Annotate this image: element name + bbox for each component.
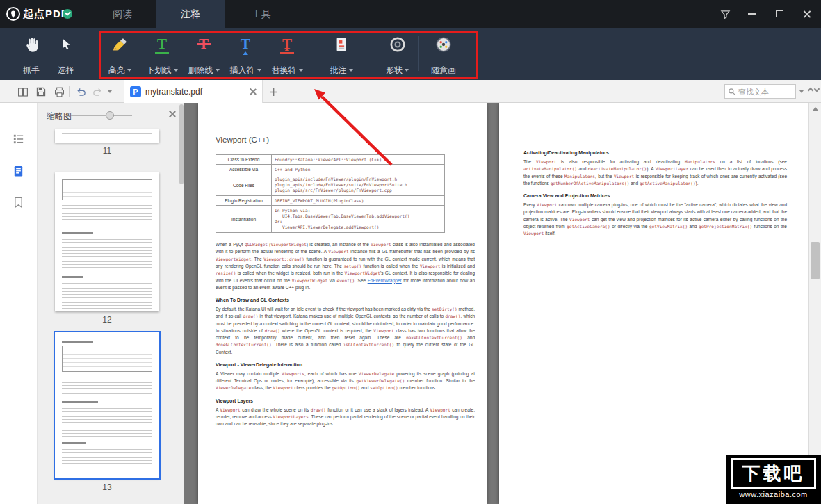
document-tab[interactable]: P mytranslate.pdf bbox=[124, 80, 263, 103]
inline-code: event() bbox=[337, 278, 355, 283]
close-tab-icon[interactable] bbox=[250, 88, 257, 95]
insert-caret-icon: T bbox=[236, 33, 254, 56]
inline-code: doneGLContextCurrent() bbox=[216, 342, 272, 347]
app-title: 起点PDF bbox=[23, 8, 68, 21]
insert-caret-tool-button[interactable]: T 插入符 bbox=[227, 33, 264, 76]
shapes-icon bbox=[389, 33, 407, 56]
freehand-draw-icon bbox=[434, 33, 453, 56]
inline-code: Viewport bbox=[420, 263, 440, 268]
thumbnails-panel-icon[interactable] bbox=[12, 164, 26, 178]
inline-code: Viewport bbox=[614, 174, 634, 179]
inline-code: Viewport bbox=[371, 242, 391, 247]
thumbnail-size-slider[interactable] bbox=[71, 110, 132, 121]
doc-paragraph: The Viewport is also responsible for act… bbox=[523, 158, 787, 187]
vertical-scrollbar[interactable] bbox=[808, 103, 821, 504]
undo-button[interactable] bbox=[74, 85, 89, 99]
inline-code: Viewport bbox=[328, 249, 348, 254]
scroll-up-button[interactable] bbox=[809, 103, 821, 114]
inline-code: ViewerDelegate bbox=[359, 371, 394, 376]
inline-code: ViewportWidget bbox=[292, 278, 327, 283]
inline-code: setDirty() bbox=[432, 307, 457, 311]
inline-code: Viewport bbox=[430, 407, 450, 412]
page-view-button[interactable] bbox=[15, 85, 31, 99]
scrollbar-thumb[interactable] bbox=[811, 242, 820, 279]
inline-code: Viewport::draw() bbox=[263, 257, 304, 261]
thumbnail-panel-title: 缩略图 bbox=[47, 111, 72, 122]
history-dropdown-caret[interactable] bbox=[105, 85, 115, 99]
shapes-tool-label: 形状 bbox=[386, 65, 403, 76]
shapes-tool-button[interactable]: 形状 bbox=[378, 33, 416, 76]
search-input[interactable] bbox=[738, 88, 791, 96]
inline-code: Viewport bbox=[373, 328, 393, 333]
underline-tool-button[interactable]: T 下划线 bbox=[143, 33, 181, 76]
tab-tools[interactable]: 工具 bbox=[242, 0, 281, 28]
comment-tool-button[interactable]: 批注 bbox=[321, 33, 361, 76]
freehand-draw-tool-label: 随意画 bbox=[431, 65, 456, 76]
inline-code: QGLWidget bbox=[245, 242, 268, 247]
select-tool-label: 选择 bbox=[58, 65, 74, 76]
save-button[interactable] bbox=[33, 85, 49, 99]
inline-code: setup() bbox=[343, 263, 361, 268]
underline-tool-label: 下划线 bbox=[147, 65, 172, 76]
doc-paragraph: Every Viewport can own multiple camera p… bbox=[523, 202, 787, 237]
xiazaiba-watermark: 下载吧 www.xiazaiba.com bbox=[726, 455, 821, 504]
slider-track bbox=[71, 115, 132, 116]
doc-heading: Viewport Layers bbox=[216, 398, 475, 403]
outline-panel-icon[interactable] bbox=[12, 132, 26, 146]
chevron-down-icon bbox=[216, 69, 220, 72]
highlighter-icon bbox=[110, 33, 129, 56]
doc-heading: When To Draw and GL Contexts bbox=[216, 298, 475, 302]
doc-paragraph: When a PyQt QGLWidget (ViewportWidget) i… bbox=[216, 241, 475, 291]
replace-icon: T bbox=[278, 33, 296, 56]
filter-icon[interactable] bbox=[713, 0, 737, 28]
inline-code: draw() bbox=[243, 314, 258, 318]
inline-code: draw() bbox=[311, 407, 326, 412]
inline-code: getActiveManipulator() bbox=[640, 181, 696, 186]
maximize-button[interactable] bbox=[767, 0, 791, 28]
tab-read[interactable]: 阅读 bbox=[103, 0, 142, 28]
select-tool-button[interactable]: 选择 bbox=[49, 33, 83, 76]
app-logo-icon bbox=[6, 7, 20, 21]
pdf-page-13: Viewport (C++) Class to ExtendFoundry::K… bbox=[198, 103, 487, 504]
inline-code: Viewport bbox=[536, 159, 556, 164]
chevron-down-icon[interactable] bbox=[815, 87, 821, 94]
inline-code: setOption() bbox=[370, 385, 398, 390]
slider-knob[interactable] bbox=[106, 111, 114, 120]
hand-tool-label: 抓手 bbox=[23, 65, 40, 76]
table-row: Code Filesplugin_apis/include/FnViewer/p… bbox=[216, 174, 445, 196]
close-button[interactable] bbox=[795, 0, 819, 28]
new-tab-button[interactable] bbox=[266, 85, 280, 99]
redo-button[interactable] bbox=[90, 85, 105, 99]
thumbnail-page-number: 13 bbox=[55, 482, 159, 492]
hand-tool-button[interactable]: 抓手 bbox=[14, 33, 49, 76]
inline-code: getViewMatrix() bbox=[649, 224, 688, 229]
replace-tool-button[interactable]: T 替换符 bbox=[268, 33, 306, 76]
thumbnail-scrollbar[interactable] bbox=[179, 104, 184, 184]
close-panel-icon[interactable] bbox=[169, 111, 176, 117]
doc-link[interactable]: FnEventWrapper bbox=[368, 278, 402, 283]
bookmarks-panel-icon[interactable] bbox=[12, 196, 26, 210]
inline-code: Viewport bbox=[537, 202, 557, 207]
table-row: Accessible viaC++ and Python bbox=[216, 165, 445, 174]
table-row: InstantiationIn Python via: UI4.Tabs.Bas… bbox=[216, 206, 445, 233]
inline-code: Viewport bbox=[273, 385, 293, 390]
highlight-tool-button[interactable]: 高亮 bbox=[101, 33, 138, 76]
inline-code: makeGLContextCurrent() bbox=[406, 335, 462, 340]
chevron-down-icon bbox=[299, 69, 303, 72]
thumbnail-page-11[interactable] bbox=[55, 129, 159, 143]
freehand-draw-tool-button[interactable]: 随意画 bbox=[424, 33, 463, 76]
replace-tool-label: 替换符 bbox=[272, 65, 297, 76]
thumbnail-page-12[interactable] bbox=[55, 172, 159, 311]
tab-annotate[interactable]: 注释 bbox=[156, 0, 225, 28]
inline-code: ViewportWidget bbox=[216, 257, 251, 261]
inline-code: Viewports bbox=[282, 371, 304, 376]
chevron-down-icon bbox=[349, 69, 353, 72]
inline-code: ViewportWidget bbox=[270, 242, 306, 247]
minimize-button[interactable] bbox=[740, 0, 763, 28]
inline-code: draw() bbox=[445, 314, 460, 318]
strikeout-tool-button[interactable]: T 删除线 bbox=[185, 33, 222, 76]
thumbnail-page-13[interactable] bbox=[55, 332, 159, 478]
search-options-caret[interactable] bbox=[797, 85, 806, 99]
inline-code: deactivateManipulator() bbox=[588, 166, 647, 171]
print-button[interactable] bbox=[51, 85, 67, 99]
